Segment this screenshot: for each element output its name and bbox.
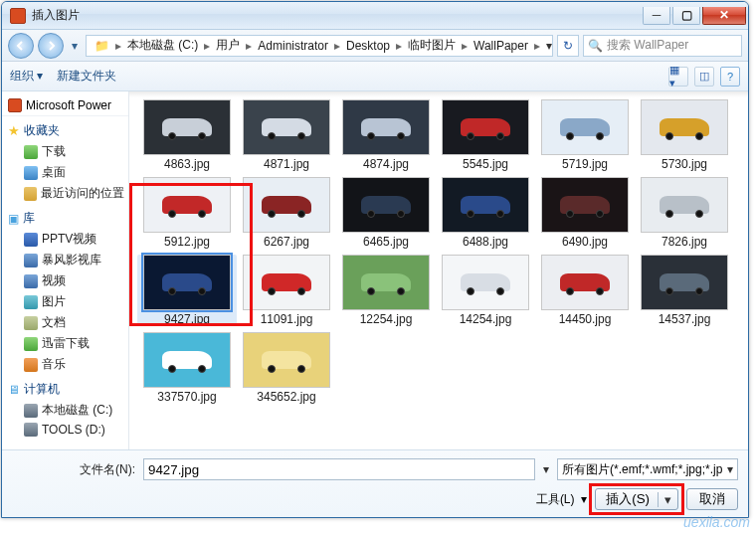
file-thumbnail[interactable]: 345652.jpg bbox=[237, 332, 336, 404]
filename-dropdown[interactable]: ▾ bbox=[543, 462, 549, 476]
view-mode-button[interactable]: ▦ ▾ bbox=[668, 67, 688, 87]
sidebar-item[interactable]: 迅雷下载 bbox=[2, 333, 128, 354]
file-name: 5545.jpg bbox=[436, 157, 535, 171]
thumbnail-image bbox=[143, 332, 231, 388]
sidebar-item-label: 暴风影视库 bbox=[42, 252, 101, 268]
insert-button[interactable]: 插入(S)▾ bbox=[595, 488, 678, 510]
file-name: 4871.jpg bbox=[237, 157, 336, 171]
file-thumbnail[interactable]: 9427.jpg bbox=[137, 255, 237, 326]
computer-icon: 🖥 bbox=[8, 383, 20, 397]
sidebar-item[interactable]: 最近访问的位置 bbox=[2, 183, 128, 204]
file-name: 14537.jpg bbox=[635, 312, 734, 326]
sidebar-item[interactable]: 下载 bbox=[2, 141, 128, 162]
file-thumbnail[interactable]: 4874.jpg bbox=[336, 99, 436, 171]
preview-pane-button[interactable]: ◫ bbox=[694, 67, 714, 87]
nav-sidebar: Microsoft Power ★收藏夹 下载桌面最近访问的位置 ▣库 PPTV… bbox=[2, 91, 129, 449]
close-button[interactable]: ✕ bbox=[702, 7, 746, 25]
sidebar-item-label: 文档 bbox=[42, 314, 66, 331]
new-folder-button[interactable]: 新建文件夹 bbox=[57, 68, 116, 85]
app-icon bbox=[10, 8, 26, 24]
thumbnail-image bbox=[243, 332, 330, 388]
breadcrumb-dropdown[interactable]: ▾ bbox=[542, 39, 553, 53]
filename-input[interactable] bbox=[143, 458, 535, 480]
favorites-header[interactable]: ★收藏夹 bbox=[2, 116, 128, 141]
file-thumbnail[interactable]: 6488.jpg bbox=[436, 177, 535, 249]
breadcrumb-segment[interactable]: WallPaper bbox=[470, 39, 532, 53]
sidebar-item[interactable]: 视频 bbox=[2, 270, 128, 291]
folder-icon bbox=[24, 254, 38, 267]
file-name: 12254.jpg bbox=[336, 312, 436, 326]
file-thumbnail[interactable]: 14254.jpg bbox=[436, 255, 535, 326]
sidebar-item[interactable]: 本地磁盘 (C:) bbox=[2, 400, 128, 421]
file-thumbnail[interactable]: 4871.jpg bbox=[237, 99, 336, 171]
chevron-right-icon: ▸ bbox=[460, 39, 470, 53]
tools-menu[interactable]: 工具(L) ▾ bbox=[536, 491, 587, 508]
file-thumbnail[interactable]: 5545.jpg bbox=[436, 99, 535, 171]
organize-menu[interactable]: 组织 ▾ bbox=[10, 68, 43, 85]
file-thumbnail[interactable]: 4863.jpg bbox=[137, 99, 237, 171]
file-name: 6267.jpg bbox=[237, 235, 336, 249]
computer-header[interactable]: 🖥计算机 bbox=[2, 375, 128, 400]
file-thumbnail[interactable]: 6465.jpg bbox=[336, 177, 436, 249]
thumbnail-image bbox=[541, 99, 629, 155]
breadcrumb[interactable]: 📁 ▸ 本地磁盘 (C:)▸用户▸Administrator▸Desktop▸临… bbox=[86, 35, 553, 57]
file-thumbnail[interactable]: 337570.jpg bbox=[137, 332, 237, 404]
file-name: 337570.jpg bbox=[137, 390, 237, 404]
sidebar-item[interactable]: PPTV视频 bbox=[2, 229, 128, 250]
folder-icon bbox=[24, 187, 37, 201]
thumbnail-image bbox=[541, 255, 629, 310]
folder-icon bbox=[24, 316, 38, 330]
file-thumbnail[interactable]: 14450.jpg bbox=[535, 255, 635, 326]
file-name: 6488.jpg bbox=[436, 235, 535, 249]
file-name: 11091.jpg bbox=[237, 312, 336, 326]
file-name: 4863.jpg bbox=[137, 157, 237, 171]
sidebar-item-label: 迅雷下载 bbox=[42, 335, 90, 352]
breadcrumb-segment[interactable]: 用户 bbox=[212, 37, 244, 54]
libraries-header[interactable]: ▣库 bbox=[2, 204, 128, 229]
file-thumbnail[interactable]: 5912.jpg bbox=[137, 177, 237, 249]
cancel-button[interactable]: 取消 bbox=[686, 488, 738, 510]
forward-button[interactable] bbox=[38, 33, 64, 59]
file-thumbnail[interactable]: 6267.jpg bbox=[237, 177, 336, 249]
breadcrumb-segment[interactable]: 临时图片 bbox=[404, 37, 460, 54]
file-list[interactable]: 4863.jpg4871.jpg4874.jpg5545.jpg5719.jpg… bbox=[129, 91, 748, 449]
sidebar-item[interactable]: 图片 bbox=[2, 291, 128, 312]
file-thumbnail[interactable]: 11091.jpg bbox=[237, 255, 336, 326]
back-button[interactable] bbox=[8, 33, 34, 59]
file-thumbnail[interactable]: 14537.jpg bbox=[635, 255, 734, 326]
file-thumbnail[interactable]: 12254.jpg bbox=[336, 255, 436, 326]
breadcrumb-segment[interactable]: Desktop bbox=[342, 39, 394, 53]
folder-icon bbox=[24, 337, 38, 351]
thumbnail-image bbox=[641, 177, 728, 233]
arrow-right-icon bbox=[45, 40, 57, 52]
thumbnail-image bbox=[342, 255, 430, 310]
maximize-button[interactable]: ▢ bbox=[672, 7, 700, 25]
minimize-button[interactable]: ─ bbox=[643, 7, 670, 25]
filetype-combo[interactable]: 所有图片(*.emf;*.wmf;*.jpg;*.jp ▾ bbox=[557, 458, 738, 480]
breadcrumb-segment[interactable]: 本地磁盘 (C:) bbox=[123, 37, 202, 54]
nav-history-dropdown[interactable]: ▾ bbox=[68, 33, 82, 59]
title-bar: 插入图片 ─ ▢ ✕ bbox=[2, 2, 748, 30]
sidebar-item[interactable]: 桌面 bbox=[2, 162, 128, 183]
window-title: 插入图片 bbox=[32, 7, 641, 24]
file-thumbnail[interactable]: 7826.jpg bbox=[635, 177, 734, 249]
sidebar-item[interactable]: TOOLS (D:) bbox=[2, 421, 128, 439]
chevron-right-icon: ▸ bbox=[394, 39, 404, 53]
file-name: 7826.jpg bbox=[635, 235, 734, 249]
insert-dropdown[interactable]: ▾ bbox=[658, 492, 677, 507]
sidebar-item[interactable]: 文档 bbox=[2, 312, 128, 333]
file-thumbnail[interactable]: 5730.jpg bbox=[635, 99, 734, 171]
file-thumbnail[interactable]: 5719.jpg bbox=[535, 99, 635, 171]
search-input[interactable]: 🔍 搜索 WallPaper bbox=[583, 35, 742, 57]
thumbnail-image bbox=[342, 177, 430, 233]
sidebar-item[interactable]: 暴风影视库 bbox=[2, 250, 128, 270]
recent-app[interactable]: Microsoft Power bbox=[2, 95, 128, 116]
breadcrumb-segment[interactable]: Administrator bbox=[254, 39, 332, 53]
help-button[interactable]: ? bbox=[720, 67, 740, 87]
sidebar-item[interactable]: 音乐 bbox=[2, 354, 128, 375]
thumbnail-image bbox=[143, 255, 231, 310]
file-thumbnail[interactable]: 6490.jpg bbox=[535, 177, 635, 249]
file-name: 5912.jpg bbox=[137, 235, 237, 249]
refresh-button[interactable]: ↻ bbox=[557, 35, 579, 57]
file-name: 5730.jpg bbox=[635, 157, 734, 171]
